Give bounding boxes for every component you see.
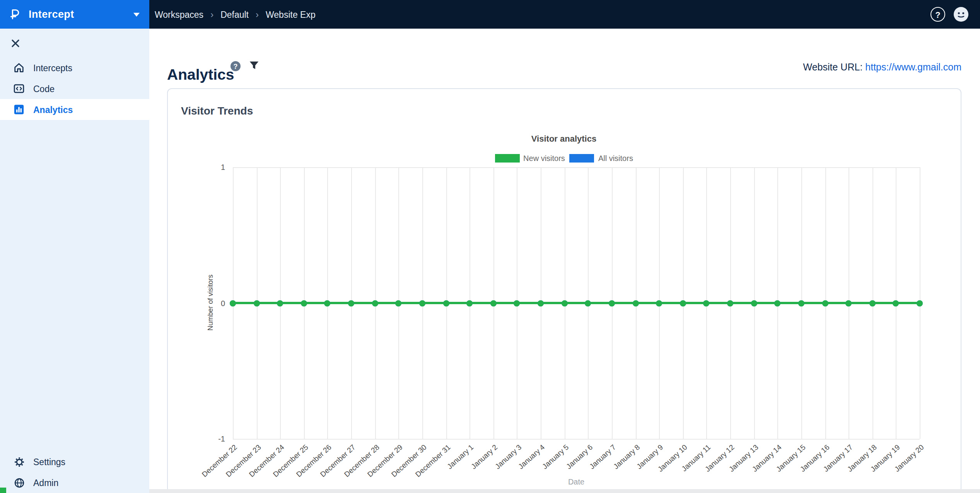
data-point [514, 300, 520, 306]
data-point [277, 300, 283, 306]
data-point [466, 300, 473, 306]
horizontal-scrollbar[interactable] [149, 489, 980, 493]
sidebar-footer: Settings Admin [0, 451, 149, 493]
sidebar-item-intercepts[interactable]: Intercepts [0, 57, 149, 78]
sidebar-item-analytics[interactable]: Analytics [0, 99, 149, 120]
y-tick-label: 0 [221, 299, 225, 307]
breadcrumb-separator: › [210, 9, 213, 20]
legend-item[interactable]: New visitors [495, 154, 565, 163]
sidebar-item-label: Code [33, 84, 55, 93]
data-point [490, 300, 497, 306]
data-point [917, 300, 923, 306]
sidebar-nav: Intercepts Code Analytics [0, 57, 149, 120]
workspace-switcher[interactable]: Intercept [0, 0, 149, 29]
data-point [609, 300, 615, 306]
data-point [348, 300, 354, 306]
x-tick-label: January 5 [540, 443, 570, 471]
help-icon[interactable]: ? [930, 7, 945, 22]
website-url-link[interactable]: https://www.gmail.com [865, 62, 961, 73]
data-point [324, 300, 331, 306]
intercept-logo-icon [9, 9, 21, 20]
sidebar-item-label: Analytics [33, 105, 73, 114]
legend-label: All visitors [598, 154, 633, 163]
legend-label: New visitors [523, 154, 565, 163]
data-point [561, 300, 567, 306]
data-point [703, 300, 710, 306]
chevron-down-icon [133, 12, 140, 17]
gear-icon [13, 456, 25, 467]
brand-name: Intercept [29, 9, 125, 20]
page-title: Analytics [167, 66, 234, 84]
filter-funnel-icon[interactable] [248, 60, 260, 71]
breadcrumb: Workspaces › Default › Website Exp [155, 0, 316, 29]
chart-title: Visitor analytics [179, 134, 948, 143]
home-icon [13, 62, 25, 74]
x-tick-label: January 2 [470, 443, 499, 471]
website-url: Website URL: https://www.gmail.com [803, 62, 961, 73]
series-line [233, 167, 920, 439]
legend-item[interactable]: All visitors [570, 154, 633, 163]
x-axis-title: Date [568, 478, 584, 486]
breadcrumb-separator: › [256, 9, 259, 20]
data-point [775, 300, 781, 306]
page-help-icon[interactable]: ? [230, 61, 241, 71]
data-point [396, 300, 402, 306]
y-axis-ticks: 10-1 [207, 167, 229, 439]
breadcrumb-workspaces[interactable]: Workspaces [155, 10, 203, 19]
help-glyph: ? [935, 10, 940, 19]
data-point [680, 300, 686, 306]
data-point [301, 300, 307, 306]
data-point [632, 300, 639, 306]
data-point [538, 300, 544, 306]
data-point [822, 300, 828, 306]
data-point [585, 300, 591, 306]
globe-icon [13, 477, 25, 488]
bar-chart-icon [13, 104, 25, 115]
data-point [751, 300, 757, 306]
data-point [372, 300, 378, 306]
topbar-actions: ? [930, 0, 968, 29]
website-url-label: Website URL: [803, 62, 863, 73]
sidebar-item-label: Settings [33, 457, 65, 466]
data-point [443, 300, 449, 306]
breadcrumb-website-exp[interactable]: Website Exp [266, 10, 316, 19]
y-tick-label: -1 [218, 435, 225, 443]
data-point [253, 300, 260, 306]
legend-swatch [570, 154, 594, 163]
y-tick-label: 1 [221, 163, 225, 171]
data-point [845, 300, 852, 306]
sidebar-item-code[interactable]: Code [0, 78, 149, 99]
card-title: Visitor Trends [181, 104, 253, 117]
chart-legend: New visitorsAll visitors [179, 154, 948, 163]
sidebar: Intercepts Code Analytics Settings [0, 29, 149, 493]
gridline-horizontal [233, 439, 920, 440]
user-avatar[interactable] [954, 7, 968, 22]
data-point [893, 300, 899, 306]
data-point [230, 300, 236, 306]
legend-swatch [495, 154, 519, 163]
sidebar-item-label: Admin [33, 478, 58, 487]
sidebar-item-settings[interactable]: Settings [0, 451, 149, 472]
help-glyph: ? [234, 62, 238, 70]
sidebar-item-admin[interactable]: Admin [0, 472, 149, 493]
sidebar-item-label: Intercepts [33, 63, 72, 72]
data-point [419, 300, 425, 306]
data-point [727, 300, 733, 306]
plot-area [233, 167, 920, 439]
data-point [656, 300, 662, 306]
data-point [869, 300, 876, 306]
breadcrumb-default[interactable]: Default [220, 10, 249, 19]
code-icon [13, 83, 25, 94]
close-icon[interactable] [9, 37, 22, 50]
avatar-face-icon [954, 7, 968, 22]
corner-accent [0, 488, 6, 493]
app-window: Workspaces › Default › Website Exp ? Int… [0, 0, 980, 493]
data-point [798, 300, 804, 306]
